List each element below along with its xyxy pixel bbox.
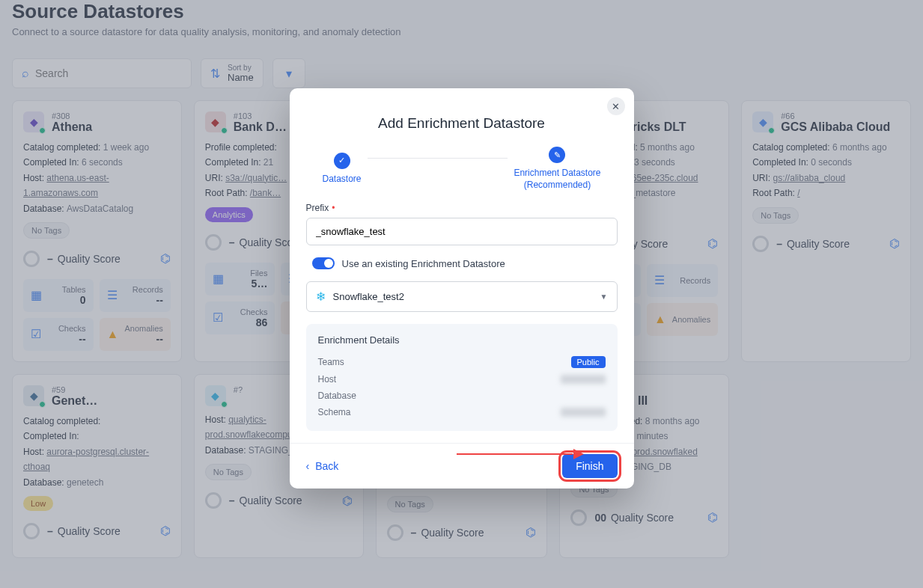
back-button[interactable]: ‹ Back xyxy=(306,460,339,472)
check-icon: ✓ xyxy=(338,156,345,165)
pencil-icon: ✎ xyxy=(554,150,561,160)
step-datastore[interactable]: ✓ Datastore xyxy=(323,153,362,186)
enrichment-details: Enrichment Details TeamsPublic Host Data… xyxy=(306,324,618,431)
step-connector xyxy=(368,158,508,159)
prefix-label: Prefix• xyxy=(306,203,618,213)
close-button[interactable]: ✕ xyxy=(607,97,625,115)
snowflake-icon: ❄ xyxy=(316,290,326,304)
modal-overlay: ✕ Add Enrichment Datastore ✓ Datastore ✎… xyxy=(0,0,923,588)
datastore-select[interactable]: ❄ Snowflake_test2 ▼ xyxy=(306,281,618,312)
public-badge: Public xyxy=(571,356,606,368)
modal-title: Add Enrichment Datastore xyxy=(290,88,634,147)
close-icon: ✕ xyxy=(612,101,620,112)
step-enrichment[interactable]: ✎ Enrichment Datastore(Recommended) xyxy=(514,147,600,191)
prefix-input[interactable] xyxy=(306,218,618,245)
chevron-down-icon: ▼ xyxy=(600,293,608,301)
toggle-label: Use an existing Enrichment Datastore xyxy=(342,258,505,269)
use-existing-toggle[interactable] xyxy=(312,257,335,269)
add-enrichment-modal: ✕ Add Enrichment Datastore ✓ Datastore ✎… xyxy=(290,88,634,489)
finish-button[interactable]: Finish xyxy=(562,454,617,478)
chevron-left-icon: ‹ xyxy=(306,460,310,472)
select-value: Snowflake_test2 xyxy=(333,291,593,302)
